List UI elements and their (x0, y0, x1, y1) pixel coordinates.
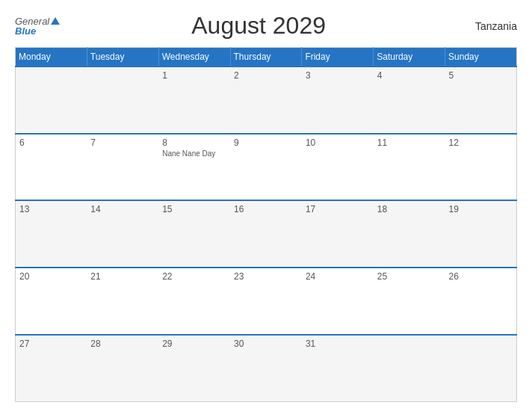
day-number: 28 (90, 339, 155, 349)
calendar-cell (374, 335, 445, 402)
day-number: 24 (306, 271, 370, 282)
calendar-week-row: 2728293031 (16, 335, 517, 402)
day-number: 25 (377, 271, 442, 282)
day-number: 14 (90, 204, 155, 214)
calendar-cell: 16 (230, 200, 302, 268)
calendar-cell: 6 (16, 134, 87, 201)
calendar-cell: 1 (158, 67, 230, 134)
day-number: 9 (234, 137, 298, 148)
day-number: 4 (377, 70, 442, 81)
calendar-cell: 11 (374, 134, 445, 201)
calendar-cell: 20 (16, 268, 87, 335)
day-number: 16 (234, 204, 298, 214)
calendar-week-row: 20212223242526 (16, 268, 517, 335)
header-saturday: Saturday (374, 48, 445, 67)
day-number: 2 (234, 70, 298, 81)
calendar-week-row: 678Nane Nane Day9101112 (16, 134, 517, 201)
header-tuesday: Tuesday (87, 48, 158, 67)
day-number: 15 (162, 204, 226, 214)
calendar-cell: 7 (87, 134, 158, 201)
calendar-cell: 10 (302, 134, 374, 201)
calendar-cell: 31 (302, 335, 374, 402)
calendar-cell (445, 335, 517, 402)
calendar-cell: 8Nane Nane Day (158, 134, 230, 201)
day-number: 12 (449, 137, 513, 148)
calendar-cell: 19 (445, 200, 517, 268)
calendar-cell: 4 (374, 67, 445, 134)
calendar-cell: 23 (230, 268, 302, 335)
logo-triangle-icon (51, 17, 60, 25)
day-number: 21 (90, 271, 155, 282)
calendar-cell: 5 (445, 67, 517, 134)
day-number: 7 (90, 137, 155, 148)
calendar-cell: 21 (87, 268, 158, 335)
header-monday: Monday (16, 48, 87, 67)
day-number: 1 (162, 70, 226, 81)
calendar-cell (16, 67, 87, 134)
day-number: 22 (162, 271, 226, 282)
calendar-cell: 3 (302, 67, 374, 134)
day-number: 13 (19, 204, 83, 214)
day-number: 26 (449, 271, 513, 282)
day-number: 5 (449, 70, 513, 81)
logo: General Blue (15, 16, 60, 36)
day-number: 20 (19, 271, 83, 282)
calendar-week-row: 12345 (16, 67, 517, 134)
day-number: 29 (162, 339, 226, 349)
calendar-cell: 9 (230, 134, 302, 201)
header-friday: Friday (302, 48, 374, 67)
country-label: Tanzania (457, 20, 517, 32)
day-number: 18 (377, 204, 442, 214)
day-number: 30 (234, 339, 298, 349)
day-number: 17 (306, 204, 370, 214)
weekday-header-row: Monday Tuesday Wednesday Thursday Friday… (16, 48, 517, 67)
calendar-cell: 22 (158, 268, 230, 335)
day-number: 27 (19, 339, 83, 349)
calendar-table: Monday Tuesday Wednesday Thursday Friday… (15, 47, 517, 402)
calendar-cell: 24 (302, 268, 374, 335)
calendar-cell: 12 (445, 134, 517, 201)
calendar-week-row: 13141516171819 (16, 200, 517, 268)
calendar-cell: 14 (87, 200, 158, 268)
day-number: 6 (19, 137, 83, 148)
calendar-cell: 13 (16, 200, 87, 268)
day-number: 10 (306, 137, 370, 148)
calendar-cell: 18 (374, 200, 445, 268)
logo-blue-text: Blue (15, 26, 60, 36)
day-number: 8 (162, 137, 226, 148)
day-number: 3 (306, 70, 370, 81)
calendar-cell: 15 (158, 200, 230, 268)
calendar-cell: 29 (158, 335, 230, 402)
header-sunday: Sunday (445, 48, 517, 67)
calendar-cell (87, 67, 158, 134)
header-thursday: Thursday (230, 48, 302, 67)
calendar-cell: 2 (230, 67, 302, 134)
header: General Blue August 2029 Tanzania (15, 12, 517, 40)
day-number: 31 (306, 339, 370, 349)
calendar-page: General Blue August 2029 Tanzania Monday… (0, 0, 532, 411)
calendar-cell: 30 (230, 335, 302, 402)
day-number: 11 (377, 137, 442, 148)
holiday-label: Nane Nane Day (162, 149, 226, 158)
calendar-cell: 28 (87, 335, 158, 402)
calendar-cell: 25 (374, 268, 445, 335)
header-wednesday: Wednesday (158, 48, 230, 67)
day-number: 19 (449, 204, 513, 214)
calendar-cell: 17 (302, 200, 374, 268)
calendar-cell: 26 (445, 268, 517, 335)
logo-general-text: General (15, 16, 49, 26)
calendar-cell: 27 (16, 335, 87, 402)
calendar-title: August 2029 (60, 12, 457, 40)
day-number: 23 (234, 271, 298, 282)
